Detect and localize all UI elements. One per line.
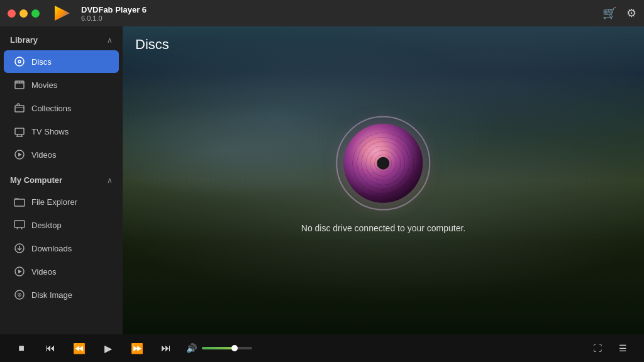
discs-label: Discs <box>31 57 52 67</box>
discs-icon <box>14 56 25 67</box>
content-area: Discs No disc drive connected to your co… <box>123 26 644 334</box>
prev-track-button[interactable]: ⏮ <box>42 339 59 357</box>
svg-point-26 <box>19 294 20 295</box>
main-content: Library ∧ Discs <box>0 26 644 334</box>
library-title: Library <box>10 35 38 45</box>
sidebar-item-desktop[interactable]: Desktop <box>4 214 119 236</box>
right-controls: ⛶ ☰ <box>589 339 631 357</box>
svg-point-1 <box>15 57 24 66</box>
disc-visual <box>336 116 431 211</box>
sidebar-item-movies[interactable]: Movies <box>4 74 119 96</box>
videos2-label: Videos <box>31 267 57 277</box>
disk-image-icon <box>14 289 25 300</box>
videos-icon <box>14 149 25 160</box>
movies-label: Movies <box>31 80 57 90</box>
sidebar-item-tvshows[interactable]: TV Shows <box>4 120 119 143</box>
desktop-icon <box>14 219 25 231</box>
fast-forward-button[interactable]: ⏩ <box>128 339 146 357</box>
svg-point-2 <box>18 60 21 63</box>
collections-label: Collections <box>31 104 72 113</box>
cart-icon[interactable]: 🛒 <box>602 6 616 20</box>
sidebar-item-file-explorer[interactable]: File Explorer <box>4 190 119 213</box>
app-logo <box>52 3 72 23</box>
app-container: DVDFab Player 6 6.0.1.0 🛒 ⚙ Library ∧ <box>0 0 644 362</box>
sidebar-item-discs[interactable]: Discs <box>4 50 119 73</box>
collections-icon <box>14 102 25 114</box>
sidebar-item-videos2[interactable]: Videos <box>4 260 119 283</box>
movies-icon <box>14 79 25 90</box>
downloads-label: Downloads <box>31 244 72 253</box>
tvshows-icon <box>14 126 25 137</box>
file-explorer-icon <box>14 196 25 207</box>
title-bar-right: 🛒 ⚙ <box>602 6 636 20</box>
disc-hole <box>377 157 390 170</box>
volume-icon: 🔊 <box>186 343 197 353</box>
tvshows-label: TV Shows <box>31 127 69 136</box>
svg-rect-16 <box>14 199 25 206</box>
app-name: DVDFab Player 6 <box>81 5 147 14</box>
mycomputer-title: My Computer <box>10 175 62 185</box>
bottom-controls: ■ ⏮ ⏪ ▶ ⏩ ⏭ 🔊 ⛶ ☰ <box>0 334 644 362</box>
disc-inner <box>344 124 423 203</box>
settings-icon[interactable]: ⚙ <box>626 6 636 20</box>
play-button[interactable]: ▶ <box>99 339 117 357</box>
svg-marker-15 <box>18 153 22 156</box>
svg-line-19 <box>21 228 22 229</box>
svg-marker-23 <box>18 270 22 273</box>
library-section-header[interactable]: Library ∧ <box>0 26 123 50</box>
app-info: DVDFab Player 6 6.0.1.0 <box>81 5 147 22</box>
videos2-icon <box>14 266 25 277</box>
file-explorer-label: File Explorer <box>31 197 77 207</box>
no-disc-message: No disc drive connected to your computer… <box>301 223 465 233</box>
volume-bar[interactable] <box>202 347 252 349</box>
svg-line-18 <box>17 228 18 229</box>
close-button[interactable] <box>8 9 16 18</box>
sidebar-item-downloads[interactable]: Downloads <box>4 237 119 260</box>
downloads-icon <box>14 243 25 254</box>
desktop-label: Desktop <box>31 221 62 230</box>
library-chevron-icon: ∧ <box>107 36 113 45</box>
disc-container: No disc drive connected to your computer… <box>301 116 465 233</box>
title-bar: DVDFab Player 6 6.0.1.0 🛒 ⚙ <box>0 0 644 26</box>
window-controls <box>8 9 40 18</box>
stop-button[interactable]: ■ <box>13 339 30 357</box>
app-version: 6.0.1.0 <box>81 14 147 22</box>
fullscreen-button[interactable]: ⛶ <box>589 339 606 357</box>
disk-image-label: Disk Image <box>31 290 72 300</box>
svg-rect-10 <box>15 128 24 134</box>
mycomputer-chevron-icon: ∧ <box>107 176 113 185</box>
sidebar-item-videos[interactable]: Videos <box>4 143 119 166</box>
volume-fill <box>202 347 235 349</box>
playlist-button[interactable]: ☰ <box>614 339 631 357</box>
rewind-button[interactable]: ⏪ <box>70 339 88 357</box>
videos-label: Videos <box>31 150 57 160</box>
svg-rect-8 <box>15 106 24 112</box>
minimize-button[interactable] <box>19 9 28 18</box>
sidebar-item-disk-image[interactable]: Disk Image <box>4 283 119 306</box>
sidebar: Library ∧ Discs <box>0 26 123 334</box>
title-bar-left: DVDFab Player 6 6.0.1.0 <box>8 3 147 23</box>
maximize-button[interactable] <box>31 9 40 18</box>
mycomputer-section-header[interactable]: My Computer ∧ <box>0 167 123 190</box>
next-track-button[interactable]: ⏭ <box>157 339 175 357</box>
sidebar-item-collections[interactable]: Collections <box>4 97 119 119</box>
page-title: Discs <box>135 36 169 53</box>
volume-section: 🔊 <box>186 343 252 353</box>
svg-rect-17 <box>14 221 25 228</box>
svg-marker-0 <box>55 6 70 21</box>
volume-thumb[interactable] <box>231 345 238 351</box>
